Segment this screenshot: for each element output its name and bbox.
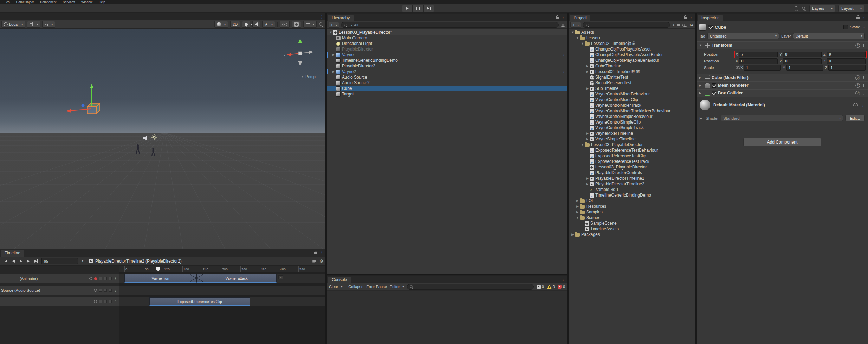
collapse-toggle[interactable]: Collapse [348, 285, 363, 289]
scene-orientation-gizmo[interactable]: x [283, 37, 317, 70]
record-icon[interactable] [94, 277, 97, 280]
hidden-packages-icon[interactable] [682, 24, 687, 27]
component-menu-icon[interactable]: ⋮ [862, 76, 866, 80]
menu-item[interactable]: Component [40, 0, 57, 4]
project-search-input[interactable] [583, 22, 670, 28]
chevron-down-icon[interactable]: ▾ [82, 259, 83, 263]
project-row[interactable]: SampleScene [569, 220, 695, 226]
foldout-icon[interactable]: ▶ [585, 137, 590, 141]
shading-mode-dropdown[interactable]: ▾ [214, 21, 228, 28]
help-icon[interactable]: ? [855, 91, 860, 95]
audio-toggle[interactable] [252, 21, 260, 28]
track-binding-icon[interactable] [89, 277, 92, 280]
gizmos-dropdown[interactable]: ▾ [303, 21, 317, 28]
effects-dropdown[interactable]: ★▾ [262, 21, 275, 28]
foldout-icon[interactable]: ▶ [570, 233, 575, 236]
create-button[interactable]: +▾ [329, 22, 339, 28]
gear-icon[interactable]: ⚙ [319, 259, 323, 264]
timeline-lanes[interactable]: 060120180240300360420480540 Vayne_run Va… [119, 266, 325, 344]
lock-icon[interactable] [856, 17, 860, 19]
prefab-open-chevron[interactable]: › [563, 53, 567, 57]
step-button[interactable] [423, 5, 434, 12]
rotation-x-field[interactable]: 0 [739, 58, 778, 64]
track-option-icon[interactable] [99, 300, 102, 303]
scale-link-icon[interactable] [736, 66, 739, 70]
cloud-sync-icon[interactable] [794, 6, 798, 11]
layers-dropdown[interactable]: Layers▾ [809, 5, 835, 12]
foldout-icon[interactable]: ▼ [570, 31, 575, 34]
foldout-icon[interactable]: ▼ [699, 44, 703, 47]
position-z-field[interactable]: 9 [827, 52, 866, 57]
track-binding-icon[interactable] [94, 300, 97, 303]
project-row[interactable]: ExposedReferenceTestBehaviour [569, 147, 695, 153]
component-enabled-checkbox[interactable] [712, 83, 716, 88]
project-row[interactable]: ExposedReferenceTestClip [569, 153, 695, 159]
material-header[interactable]: Default-Material (Material) ? ⋮ [697, 97, 868, 113]
next-frame-button[interactable] [26, 258, 31, 264]
hierarchy-row[interactable]: TimelineGenericBindingDemo [327, 58, 567, 63]
visibility-toggle[interactable] [280, 21, 290, 28]
play-button[interactable] [402, 5, 413, 12]
hierarchy-row[interactable]: ▶ Vayne › [327, 52, 567, 58]
tab-hierarchy[interactable]: Hierarchy [328, 15, 354, 21]
warning-count-toggle[interactable]: 0 [547, 285, 555, 289]
box-collider-component-header[interactable]: ▶ Box Collider ? ⋮ [697, 89, 868, 97]
project-row[interactable]: VayneControlMixerClip [569, 97, 695, 102]
foldout-icon[interactable]: ▼ [575, 216, 580, 219]
mesh-renderer-component-header[interactable]: ▶ Mesh Renderer ? ⋮ [697, 81, 868, 89]
hierarchy-row[interactable]: ▶ Vayne2 › [327, 69, 567, 74]
track-option-icon[interactable] [109, 277, 112, 280]
help-icon[interactable]: ? [855, 75, 860, 80]
mesh-filter-component-header[interactable]: ▶ Cube (Mesh Filter) ? ⋮ [697, 74, 868, 81]
track-menu-icon[interactable]: ⋮ [114, 288, 117, 292]
foldout-icon[interactable]: ▶ [699, 84, 703, 87]
foldout-icon[interactable]: ▶ [585, 70, 590, 73]
project-row[interactable]: ▶ Packages [569, 232, 695, 237]
position-y-field[interactable]: 8 [783, 52, 822, 57]
project-row[interactable]: VayneControlSimpleTrack [569, 125, 695, 131]
project-row[interactable]: ▼ Lesson03_PlayableDirector [569, 142, 695, 147]
project-row[interactable]: Lesson03_PlayableDirector [569, 164, 695, 170]
project-row[interactable]: VayneControlSimpleBehaviour [569, 114, 695, 119]
foldout-icon[interactable]: ▶ [585, 132, 590, 135]
project-row[interactable]: SignalReceiverTest [569, 80, 695, 86]
timeline-clip-vayne-attack[interactable]: Vayne_attack [196, 274, 277, 283]
project-row[interactable]: TimelineGenericBindingDemo [569, 192, 695, 198]
project-row[interactable]: VayneControlMixerTrack [569, 102, 695, 108]
panel-menu-icon[interactable]: ⋮ [561, 277, 565, 281]
help-icon[interactable]: ? [855, 43, 860, 48]
hierarchy-row[interactable]: Target [327, 91, 567, 97]
panel-menu-icon[interactable]: ⋮ [320, 15, 324, 19]
foldout-icon[interactable]: ▼ [329, 31, 333, 34]
timeline-play-button[interactable] [18, 258, 24, 264]
rotation-y-field[interactable]: 0 [783, 58, 822, 64]
project-row[interactable]: ▼ Scenes [569, 215, 695, 220]
track-option-icon[interactable] [109, 300, 112, 303]
menu-item[interactable]: GameObject [16, 0, 34, 4]
project-row[interactable]: ▶ PlayableDirectorTimeline2 [569, 181, 695, 187]
editor-dropdown[interactable]: Editor▾ [390, 285, 404, 289]
project-row[interactable]: ExposedReferenceTestTrack [569, 159, 695, 164]
track-option-icon[interactable] [104, 300, 107, 303]
active-checkbox[interactable] [708, 25, 713, 29]
panel-menu-icon[interactable]: ⋮ [561, 15, 565, 19]
scene-viewport[interactable]: x ◄ Persp [0, 29, 325, 249]
component-enabled-checkbox[interactable] [712, 91, 716, 95]
perspective-label[interactable]: ◄ Persp [300, 74, 316, 79]
project-row[interactable]: ▶ LOL [569, 198, 695, 204]
rotation-z-field[interactable]: 0 [827, 58, 866, 64]
project-row[interactable]: ▼ Lesson [569, 35, 695, 41]
clear-button[interactable]: Clear▾ [329, 285, 342, 289]
markers-toggle-icon[interactable] [312, 260, 316, 263]
position-x-field[interactable]: 7 [739, 52, 778, 57]
help-icon[interactable]: ? [853, 103, 858, 107]
foldout-icon[interactable]: ▶ [699, 76, 703, 79]
track-header[interactable]: (Animator) ⋮ [0, 274, 119, 283]
lighting-toggle[interactable] [242, 21, 250, 28]
lock-icon[interactable] [684, 17, 687, 19]
prefab-open-chevron[interactable]: › [563, 70, 567, 74]
add-component-button[interactable]: Add Component [743, 138, 821, 146]
track-lane[interactable] [119, 286, 325, 295]
foldout-icon[interactable]: ▼ [580, 143, 585, 146]
move-gizmo[interactable] [60, 74, 116, 124]
